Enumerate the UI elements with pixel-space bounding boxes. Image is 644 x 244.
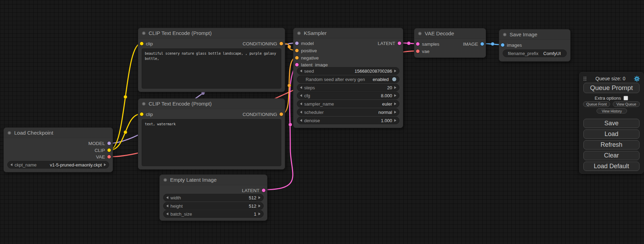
input-slot-clip[interactable]: clip [140,111,153,117]
queue-front-button[interactable]: Queue Front [583,101,610,107]
batch-size-widget[interactable]: batch_size 1 [163,210,264,218]
drag-handle-icon[interactable] [583,76,587,81]
comfyui-canvas[interactable]: { "colors": { "model": "#B39DDB", "clip"… [0,0,644,244]
decrement-arrow-icon[interactable] [300,70,302,72]
scheduler-widget[interactable]: scheduler normal [297,108,399,116]
increment-arrow-icon[interactable] [258,205,261,207]
sampler-name-widget[interactable]: sampler_name euler [297,100,399,108]
clip-slot-dot-icon[interactable] [140,112,143,116]
slot-label: clip [146,41,153,46]
input-slot-vae[interactable]: vae [416,48,430,54]
latent-slot-dot-icon[interactable] [295,63,299,66]
node-clip-text-encode-negative[interactable]: CLIP Text Encode (Prompt) clip CONDITION… [138,98,285,170]
increment-arrow-icon[interactable] [258,213,261,215]
widget-label: Random seed after every gen [302,77,369,82]
output-slot-clip[interactable]: CLIP [95,147,111,153]
vae-slot-dot-icon[interactable] [107,155,111,159]
node-title-bar[interactable]: Empty Latent Image [160,175,267,185]
decrement-arrow-icon[interactable] [166,213,168,215]
node-title-bar[interactable]: Save Image [499,29,570,40]
decrement-arrow-icon[interactable] [10,163,12,166]
clip-slot-dot-icon[interactable] [107,148,111,152]
latent-slot-dot-icon[interactable] [262,189,265,192]
cfg-widget[interactable]: cfg 8.000 [297,92,399,99]
extra-options-checkbox[interactable] [624,96,628,100]
decrement-arrow-icon[interactable] [300,102,302,105]
clip-slot-dot-icon[interactable] [140,42,143,45]
positive-prompt-textarea[interactable]: beautiful scenery nature glass bottle la… [142,48,281,89]
refresh-button[interactable]: Refresh [583,140,639,150]
toggle-dot-icon[interactable] [392,77,396,81]
node-load-checkpoint[interactable]: Load Checkpoint MODEL CLIP VAE ckpt_name… [3,127,113,172]
negative-prompt-textarea[interactable]: text, watermark [142,119,281,166]
decrement-arrow-icon[interactable] [300,86,302,89]
node-title-bar[interactable]: KSampler [293,28,403,38]
view-history-button[interactable]: View History [597,108,627,114]
load-default-button[interactable]: Load Default [583,162,639,171]
input-slot-negative[interactable]: negative [295,55,319,61]
decrement-arrow-icon[interactable] [300,119,302,122]
queue-panel[interactable]: Queue size: 0 Queue Prompt Extra options… [579,72,644,174]
random-seed-toggle-widget[interactable]: Random seed after every gen enabled [297,75,399,83]
output-slot-conditioning[interactable]: CONDITIONING [242,111,283,117]
conditioning-slot-dot-icon[interactable] [280,112,283,116]
increment-arrow-icon[interactable] [394,119,396,122]
input-slot-positive[interactable]: positive [295,47,317,54]
ckpt-name-widget[interactable]: ckpt_name v1-5-pruned-emaonly.ckpt [7,161,109,169]
clear-button[interactable]: Clear [583,151,639,160]
node-title-bar[interactable]: Load Checkpoint [4,128,113,138]
output-slot-image[interactable]: IMAGE [463,41,484,47]
output-slot-conditioning[interactable]: CONDITIONING [242,40,283,47]
latent-slot-dot-icon[interactable] [416,42,420,46]
filename-prefix-widget[interactable]: filename_prefix ComfyUI [503,49,567,57]
increment-arrow-icon[interactable] [104,163,106,166]
output-slot-model[interactable]: MODEL [88,140,111,146]
increment-arrow-icon[interactable] [394,102,396,105]
output-slot-latent[interactable]: LATENT [242,187,265,193]
width-widget[interactable]: width 512 [163,194,264,201]
conditioning-slot-dot-icon[interactable] [295,56,299,60]
output-slot-latent[interactable]: LATENT [378,40,401,46]
denoise-widget[interactable]: denoise 1.000 [297,117,399,124]
node-vae-decode[interactable]: VAE Decode samples IMAGE vae [414,28,486,58]
output-slot-vae[interactable]: VAE [96,154,111,160]
widget-label: sampler_name [304,101,334,107]
conditioning-slot-dot-icon[interactable] [295,49,299,52]
latent-slot-dot-icon[interactable] [398,42,401,45]
input-slot-samples[interactable]: samples [416,41,439,47]
decrement-arrow-icon[interactable] [166,196,168,199]
load-button[interactable]: Load [583,129,639,139]
queue-prompt-button[interactable]: Queue Prompt [583,83,639,93]
conditioning-slot-dot-icon[interactable] [280,42,283,45]
node-title-bar[interactable]: CLIP Text Encode (Prompt) [138,99,285,109]
increment-arrow-icon[interactable] [394,86,396,89]
node-title-bar[interactable]: VAE Decode [414,28,486,39]
input-slot-clip[interactable]: clip [140,40,153,47]
save-button[interactable]: Save [583,119,639,128]
node-save-image[interactable]: Save Image images filename_prefix ComfyU… [499,29,571,62]
increment-arrow-icon[interactable] [394,111,396,114]
node-status-dot-icon [142,31,145,35]
vae-slot-dot-icon[interactable] [416,49,420,53]
node-title-bar[interactable]: CLIP Text Encode (Prompt) [138,28,285,38]
model-slot-dot-icon[interactable] [295,42,299,45]
decrement-arrow-icon[interactable] [300,111,302,114]
decrement-arrow-icon[interactable] [166,205,168,207]
node-ksampler[interactable]: KSampler model LATENT positive negative … [293,28,403,128]
image-slot-dot-icon[interactable] [501,43,504,47]
decrement-arrow-icon[interactable] [300,94,302,97]
settings-gear-icon[interactable] [634,76,640,82]
node-clip-text-encode-positive[interactable]: CLIP Text Encode (Prompt) clip CONDITION… [138,28,285,92]
increment-arrow-icon[interactable] [394,94,396,97]
node-empty-latent-image[interactable]: Empty Latent Image LATENT width 512 heig… [159,174,267,221]
model-slot-dot-icon[interactable] [107,142,111,145]
view-queue-button[interactable]: View Queue [613,101,640,107]
seed-widget[interactable]: seed 156680208700286 [297,67,399,75]
height-widget[interactable]: height 512 [163,202,264,210]
input-slot-model[interactable]: model [295,40,314,46]
input-slot-images[interactable]: images [501,42,522,48]
increment-arrow-icon[interactable] [258,196,261,199]
increment-arrow-icon[interactable] [394,70,396,72]
steps-widget[interactable]: steps 20 [297,84,399,91]
image-slot-dot-icon[interactable] [480,42,484,46]
